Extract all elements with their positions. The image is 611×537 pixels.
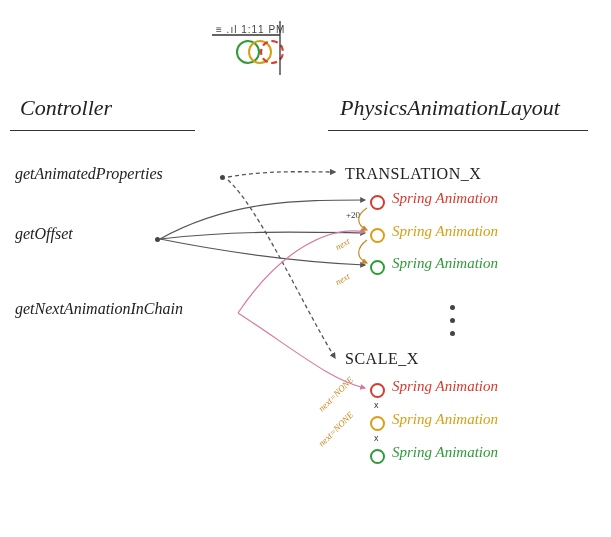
spring-tx-green: Spring Animation <box>392 255 498 272</box>
spring-circle-sx-red <box>370 383 385 398</box>
method-dot-2 <box>155 237 160 242</box>
bubble-red <box>260 40 284 64</box>
next-none-label-1: next=NONE <box>316 375 355 414</box>
controller-heading: Controller <box>20 95 112 121</box>
spring-circle-tx-orange <box>370 228 385 243</box>
x-mark-2: x <box>374 433 379 443</box>
next-label-2: next <box>334 271 352 287</box>
spring-tx-orange: Spring Animation <box>392 223 498 240</box>
method-get-animated-properties: getAnimatedProperties <box>15 165 163 183</box>
layout-heading: PhysicsAnimationLayout <box>340 95 560 121</box>
spring-circle-tx-green <box>370 260 385 275</box>
spring-sx-orange: Spring Animation <box>392 411 498 428</box>
offset-annotation: +20 <box>346 210 360 220</box>
ellipsis-dot <box>450 305 455 310</box>
method-get-offset: getOffset <box>15 225 73 243</box>
spring-tx-red: Spring Animation <box>392 190 498 207</box>
controller-underline <box>10 130 195 131</box>
next-label-1: next <box>334 236 352 252</box>
layout-underline <box>328 130 588 131</box>
spring-circle-sx-orange <box>370 416 385 431</box>
spring-sx-green: Spring Animation <box>392 444 498 461</box>
property-translation-x: TRANSLATION_X <box>345 165 481 183</box>
spring-circle-sx-green <box>370 449 385 464</box>
spring-sx-red: Spring Animation <box>392 378 498 395</box>
status-bar-text: ≡ .ıl 1:11 PM <box>216 24 285 35</box>
arrow-overlay <box>0 0 611 537</box>
method-dot-1 <box>220 175 225 180</box>
x-mark-1: x <box>374 400 379 410</box>
next-none-label-2: next=NONE <box>316 410 355 449</box>
property-scale-x: SCALE_X <box>345 350 419 368</box>
spring-circle-tx-red <box>370 195 385 210</box>
ellipsis-dot <box>450 331 455 336</box>
ellipsis-dot <box>450 318 455 323</box>
method-get-next-animation: getNextAnimationInChain <box>15 300 183 318</box>
